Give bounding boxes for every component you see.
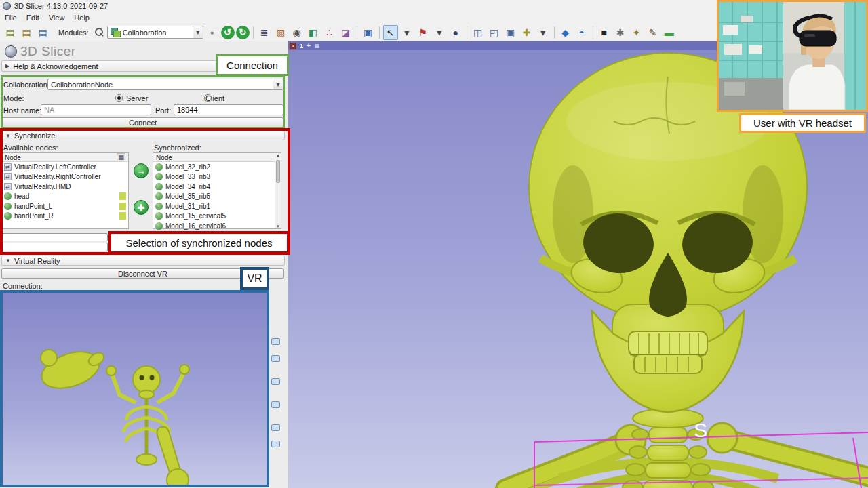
list-item[interactable]: Model_31_rib1 <box>153 201 275 211</box>
vr-slider-handle[interactable] <box>271 424 280 431</box>
server-radio[interactable] <box>115 94 123 102</box>
separator <box>467 26 467 39</box>
pin-module-icon[interactable]: ▪ <box>205 25 220 40</box>
history-back-icon[interactable]: ↺ <box>221 26 235 39</box>
list-item[interactable]: VirtualReality.LeftController <box>2 162 128 172</box>
menu-item[interactable]: Help <box>69 12 94 23</box>
sync-option-field-2[interactable] <box>1 243 108 251</box>
view-label: 1 <box>300 43 303 49</box>
vr-slider-handle[interactable] <box>271 338 280 345</box>
menu-item[interactable]: View <box>44 12 70 23</box>
vr-slider-handle[interactable] <box>271 441 280 447</box>
add-dicom-icon[interactable]: ▤ <box>19 25 34 40</box>
menu-item[interactable]: Edit <box>22 12 44 23</box>
pencil-icon[interactable]: ✎ <box>646 25 660 40</box>
vr-slider-handle[interactable] <box>271 401 280 408</box>
mouse-interact-icon[interactable]: ↖ <box>383 25 398 40</box>
help-section-label: Help & Acknowledgement <box>13 62 98 70</box>
hostname-input[interactable] <box>41 104 151 115</box>
list-item[interactable]: VirtualReality.HMD <box>2 182 128 192</box>
layout-fourup-icon[interactable]: ◫ <box>471 25 486 40</box>
view-pin-icon[interactable]: ◂ <box>290 43 296 49</box>
dropdown-arrow-icon[interactable]: ▾ <box>536 25 551 40</box>
add-node-button[interactable]: ✚ <box>134 200 149 215</box>
segmentations-icon[interactable]: ◧ <box>306 25 321 40</box>
vr-slider-handle[interactable] <box>271 378 280 385</box>
collaboration-node-selector[interactable]: CollaborationNode ▾ <box>47 79 283 90</box>
crosshair-icon[interactable]: ✚ <box>519 25 534 40</box>
module-selector-value: Collaboration <box>123 28 167 37</box>
scrollbar-thumb[interactable] <box>276 160 280 183</box>
module-selector[interactable]: Collaboration ▾ <box>107 26 203 39</box>
extensions-icon[interactable]: ◆ <box>558 25 573 40</box>
model-node-icon <box>155 173 163 180</box>
settings-gear-icon[interactable]: ✱ <box>613 25 628 40</box>
list-item[interactable]: head <box>2 192 128 202</box>
history-forward-icon[interactable]: ↻ <box>236 26 250 39</box>
layout-tabbed-icon[interactable]: ◰ <box>487 25 502 40</box>
model-node-icon <box>155 203 163 210</box>
eraser-icon[interactable]: ◪ <box>338 25 353 40</box>
vr-preview-render <box>3 293 267 485</box>
list-item[interactable]: Model_34_rib4 <box>153 182 275 192</box>
screen-capture-icon[interactable]: ▣ <box>361 25 376 40</box>
move-to-synchronized-button[interactable]: → <box>134 163 149 178</box>
view-center-icon[interactable]: ✚ <box>307 43 311 49</box>
synchronize-section[interactable]: ▼ Synchronize <box>1 131 285 140</box>
list-item[interactable]: Model_15_cervical5 <box>153 211 275 222</box>
module-search-icon[interactable] <box>95 28 104 37</box>
node-type-icon <box>4 203 12 210</box>
volume-rendering-icon[interactable]: ◉ <box>290 25 304 40</box>
node-label: Model_31_rib1 <box>165 203 210 210</box>
list-item[interactable]: Model_35_rib5 <box>153 192 275 202</box>
wrench-icon[interactable]: ✦ <box>629 25 644 40</box>
connect-button[interactable]: Connect <box>2 117 283 127</box>
scroll-down-icon[interactable]: ▼ <box>276 224 280 228</box>
vr-slider-handle[interactable] <box>271 355 280 362</box>
port-input[interactable] <box>174 104 283 115</box>
python-icon[interactable]: ◓ <box>574 25 589 40</box>
list-item[interactable]: Model_32_rib2 <box>153 162 275 172</box>
dropdown-arrow-icon[interactable]: ▾ <box>432 25 447 40</box>
model-node-icon <box>155 212 163 220</box>
scroll-up-icon[interactable]: ▲ <box>276 153 280 157</box>
list-item[interactable]: Model_33_rib3 <box>153 172 275 182</box>
model-node-icon <box>155 163 163 171</box>
client-radio-label[interactable]: Client <box>205 94 224 102</box>
webcam-render <box>719 2 866 110</box>
layout-3d-icon[interactable]: ▣ <box>503 25 518 40</box>
synchronized-list-header: Node <box>153 153 281 162</box>
separator <box>554 26 555 39</box>
person-marker-icon[interactable]: ● <box>448 25 463 40</box>
synchronized-nodes-list[interactable]: Node Model_32_rib2 Model_33_rib3 Model_3… <box>153 152 281 229</box>
list-item[interactable]: handPoint_L <box>2 201 128 211</box>
slicer-logo-icon <box>5 45 17 58</box>
markups-icon[interactable]: ≣ <box>257 25 272 40</box>
view-layout-icon[interactable]: ▦ <box>315 43 320 49</box>
add-data-icon[interactable]: ▤ <box>3 25 18 40</box>
hostname-label: Host name: <box>3 106 41 115</box>
volumes-icon[interactable]: ▧ <box>273 25 288 40</box>
available-nodes-list[interactable]: Node ▦ VirtualReality.LeftController Vir… <box>1 152 129 229</box>
node-type-icon <box>4 192 12 200</box>
list-item[interactable]: Model_16_cervical6 <box>153 221 275 231</box>
save-data-icon[interactable]: ▤ <box>35 25 50 40</box>
capsule-icon[interactable]: ▬ <box>662 25 677 40</box>
list-item[interactable]: handPoint_R <box>2 211 128 222</box>
place-point-icon[interactable]: ⚑ <box>416 25 431 40</box>
synchronize-section-label: Synchronize <box>14 131 56 140</box>
server-radio-label[interactable]: Server <box>126 94 148 102</box>
list-item[interactable]: VirtualReality.RightController <box>2 172 128 182</box>
list-columns-button[interactable]: ▦ <box>117 153 125 161</box>
synchronized-list-scrollbar[interactable]: ▲ ▼ <box>275 153 281 228</box>
dropdown-arrow-icon[interactable]: ▾ <box>399 25 414 40</box>
node-color-chip <box>119 183 126 190</box>
menu-item[interactable]: File <box>0 12 22 23</box>
node-label: VirtualReality.HMD <box>14 183 71 190</box>
connection-annotation-label: Connection <box>216 54 289 76</box>
point-list-icon[interactable]: ∴ <box>322 25 337 40</box>
node-label: head <box>14 192 29 200</box>
module-cube-icon[interactable]: ■ <box>597 25 612 40</box>
virtual-reality-section[interactable]: ▼ Virtual Reality <box>1 256 285 266</box>
sync-option-field-1[interactable] <box>1 233 108 241</box>
